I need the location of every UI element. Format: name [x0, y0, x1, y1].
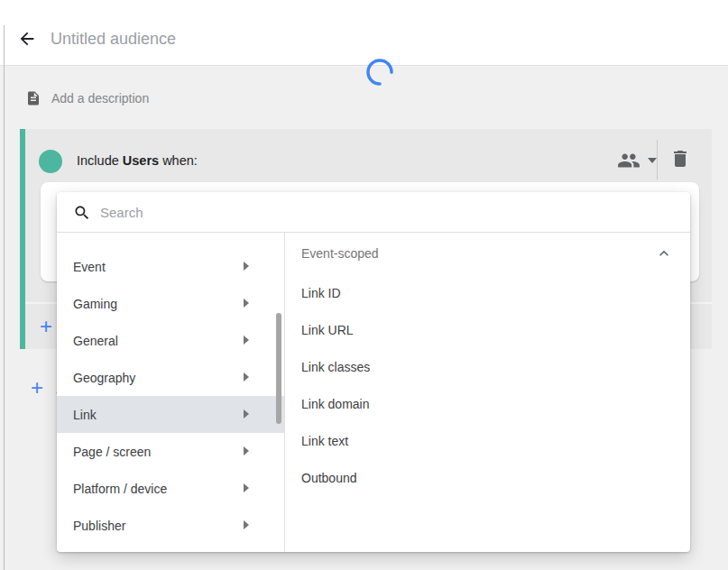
submenu-arrow-icon — [244, 299, 249, 308]
category-label: Event — [73, 260, 106, 274]
include-subject: Users — [123, 153, 159, 168]
dimension-list: Event-scoped Link ID Link URL Link class… — [285, 233, 690, 552]
dimension-label: Link URL — [301, 323, 354, 337]
loading-spinner-icon — [365, 58, 394, 87]
dimension-item[interactable]: Link ID — [285, 274, 690, 311]
audience-title-input[interactable] — [51, 24, 429, 53]
group-header[interactable]: Event-scoped — [285, 233, 690, 274]
category-item[interactable]: Page / screen — [57, 433, 284, 470]
dimension-item[interactable]: Link classes — [285, 348, 690, 385]
add-condition-button[interactable]: + — [40, 315, 52, 338]
category-item[interactable]: Platform / device — [57, 470, 284, 507]
dimension-item[interactable]: Outbound — [285, 459, 690, 496]
search-row — [57, 192, 690, 233]
category-item[interactable]: Gaming — [57, 285, 284, 322]
category-item[interactable]: General — [57, 322, 284, 359]
category-item[interactable]: Link — [57, 396, 284, 433]
category-label: Gaming — [73, 297, 117, 311]
back-button[interactable] — [17, 29, 37, 49]
submenu-arrow-icon — [244, 336, 249, 345]
sheet-left-border — [4, 25, 5, 570]
include-indicator-dot — [39, 150, 62, 173]
search-icon — [73, 204, 91, 222]
arrow-left-icon — [17, 29, 37, 49]
dimension-item[interactable]: Link text — [285, 422, 690, 459]
trash-icon — [669, 147, 691, 170]
category-label: Platform / device — [73, 482, 167, 496]
dimension-items: Link ID Link URL Link classes Link domai… — [285, 274, 690, 496]
submenu-arrow-icon — [244, 446, 249, 455]
caret-down-icon — [648, 158, 657, 163]
description-row[interactable]: Add a description — [0, 81, 728, 117]
category-label: Page / screen — [73, 445, 151, 459]
dimension-label: Link ID — [301, 286, 341, 300]
people-icon — [617, 149, 640, 172]
description-label: Add a description — [51, 91, 149, 106]
dimension-item[interactable]: Link domain — [285, 385, 690, 422]
chevron-up-icon[interactable] — [655, 244, 673, 262]
dimension-label: Outbound — [301, 471, 357, 485]
dimension-label: Link domain — [301, 397, 370, 411]
group-label: Event-scoped — [301, 246, 379, 261]
picker-columns: Event Gaming General Geography Link Page… — [57, 233, 690, 552]
submenu-arrow-icon — [244, 262, 249, 271]
audience-builder-screen: Add a description Include Users when: + … — [0, 0, 728, 570]
submenu-arrow-icon — [244, 409, 249, 418]
category-list: Event Gaming General Geography Link Page… — [57, 233, 284, 552]
top-bar — [0, 0, 728, 66]
header-divider — [657, 140, 658, 179]
category-label: Publisher — [73, 519, 125, 533]
category-item[interactable]: Publisher — [57, 507, 284, 544]
submenu-arrow-icon — [244, 520, 249, 529]
plus-icon: + — [31, 375, 43, 400]
category-label: General — [73, 334, 118, 348]
include-statement: Include Users when: — [77, 153, 198, 168]
include-prefix: Include — [77, 153, 123, 168]
search-input[interactable] — [100, 199, 659, 225]
dimension-item[interactable]: Link URL — [285, 311, 690, 348]
category-scrollbar-thumb[interactable] — [276, 313, 281, 424]
submenu-arrow-icon — [244, 372, 249, 382]
dimension-picker-panel: Event Gaming General Geography Link Page… — [57, 192, 690, 552]
submenu-arrow-icon — [244, 483, 249, 492]
delete-card-button[interactable] — [669, 147, 691, 170]
category-item[interactable]: Event — [57, 248, 284, 285]
include-suffix: when: — [159, 153, 198, 168]
category-label: Link — [73, 408, 97, 422]
document-icon — [25, 88, 41, 108]
dimension-label: Link classes — [301, 360, 370, 374]
category-item[interactable]: Geography — [57, 359, 284, 396]
dimension-label: Link text — [301, 434, 348, 448]
category-label: Geography — [73, 371, 135, 385]
